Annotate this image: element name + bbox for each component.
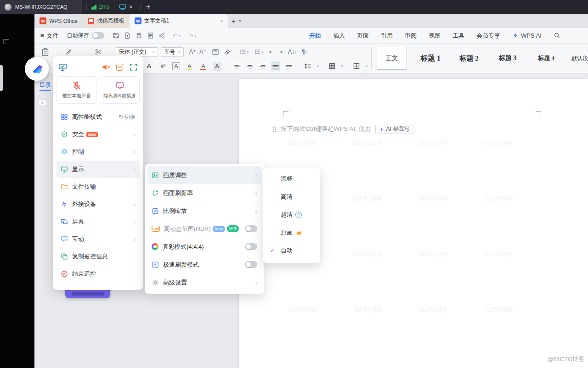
new-session-button[interactable]: + (146, 2, 151, 11)
decrease-font-button[interactable]: A⁻ (199, 49, 206, 55)
style-normal[interactable]: 正文 (377, 47, 407, 70)
menu-item-control[interactable]: 控制 › (57, 143, 140, 161)
chevron-down-icon[interactable]: ∨ (365, 64, 368, 68)
latency-indicator[interactable]: 2ms (91, 4, 109, 10)
connection-ok-icon[interactable] (58, 63, 67, 72)
search-icon[interactable] (554, 32, 560, 39)
menu-item-screen[interactable]: 屏幕 › (57, 213, 140, 230)
submenu-item-advanced[interactable]: 高级设置 › (147, 273, 261, 291)
privacy-screen-card[interactable]: 隐私屏&虚拟屏 (100, 76, 140, 104)
clear-format-button[interactable] (224, 48, 231, 56)
strikethrough-button[interactable]: A (145, 62, 153, 71)
submenu-item-hdr[interactable]: HDR 高动态范围(HDR) beta 限免 (147, 220, 261, 238)
character-shading-button[interactable]: A (213, 62, 221, 71)
print-preview-icon[interactable] (147, 32, 154, 39)
chevron-down-icon[interactable]: ∨ (261, 50, 264, 54)
menu-item-external-device[interactable]: 外接设备 › (57, 195, 140, 213)
share-icon[interactable] (158, 32, 165, 39)
tab-document-active[interactable]: W 文字文稿1 × (130, 14, 228, 28)
distribute-button[interactable] (285, 62, 293, 70)
undo-button[interactable]: ↶ ∨ (173, 32, 181, 39)
quality-option-uhd[interactable]: 超清 P (263, 206, 320, 223)
true-color-toggle[interactable] (245, 243, 257, 250)
align-center-button[interactable] (246, 62, 254, 70)
numbered-list-button[interactable] (254, 48, 261, 56)
style-heading-4[interactable]: 标题 4 (531, 47, 561, 70)
quality-option-smooth[interactable]: 流畅 (263, 170, 320, 188)
submenu-item-refresh-rate[interactable]: 画面刷新率 › (147, 184, 261, 202)
export-pdf-icon[interactable] (124, 32, 131, 39)
menu-item-file-transfer[interactable]: 文件传输 (57, 178, 140, 195)
quality-option-hd[interactable]: 高清 (263, 188, 320, 206)
shading-button[interactable] (328, 62, 336, 70)
session-tab[interactable]: MS-WHRJXGGZTCAQ (0, 0, 82, 14)
turbo-refresh-toggle[interactable] (245, 261, 257, 268)
style-heading-2[interactable]: 标题 2 (454, 47, 484, 70)
redo-button[interactable]: ↷ ∨ (188, 32, 197, 39)
file-menu-button[interactable]: ≡ 文件 (40, 32, 59, 40)
chevron-down-icon[interactable]: ∨ (317, 64, 319, 68)
mute-speaker-icon[interactable] (102, 63, 110, 72)
character-border-button[interactable]: A (172, 62, 180, 70)
tab-home[interactable]: 开始 (309, 32, 321, 40)
text-layout-button[interactable] (212, 48, 219, 56)
minimize-icon[interactable] (116, 64, 123, 71)
tab-list-chevron-icon[interactable]: ∨ (239, 14, 244, 28)
screen-cast-icon[interactable] (119, 3, 126, 11)
chevron-down-icon[interactable]: ∨ (305, 50, 307, 54)
remote-app-logo[interactable] (25, 57, 49, 81)
menu-item-interaction[interactable]: 互动 › (57, 230, 140, 248)
docked-panel-handle[interactable] (0, 65, 3, 91)
decrease-indent-button[interactable]: ⇤ (269, 49, 274, 55)
increase-indent-button[interactable]: ⇥ (278, 49, 283, 55)
align-left-button[interactable] (234, 62, 241, 70)
tab-review[interactable]: 审阅 (405, 32, 417, 40)
align-right-button[interactable] (259, 62, 266, 70)
submenu-item-scale[interactable]: 比例缩放 › (147, 202, 261, 220)
tab-wps-ai[interactable]: WPS AI (512, 32, 542, 39)
save-icon[interactable] (113, 32, 119, 39)
font-size-select[interactable]: 五号 ∨ (161, 47, 184, 57)
increase-font-button[interactable]: A⁺ (189, 49, 196, 55)
cut-button[interactable] (95, 48, 102, 56)
menu-item-end-session[interactable]: 结束远控 (57, 265, 140, 283)
style-default-paragraph[interactable]: 默认段... (570, 47, 588, 70)
menu-item-copy-info[interactable]: 复制被控信息 (57, 248, 140, 265)
format-painter-button[interactable] (65, 48, 73, 56)
tab-insert[interactable]: 插入 (333, 32, 345, 40)
ai-write-button[interactable]: AI 帮我写 (375, 124, 414, 134)
close-session-button[interactable]: × (129, 3, 133, 11)
autosave-toggle[interactable] (92, 32, 104, 39)
hdr-toggle[interactable] (245, 225, 257, 232)
menu-item-security[interactable]: 安全 NEW › (57, 126, 140, 143)
new-tab-button[interactable]: + (228, 14, 239, 28)
chevron-down-icon[interactable]: ∨ (247, 50, 249, 54)
chevron-down-icon[interactable]: ∨ (341, 64, 343, 68)
line-spacing-button[interactable] (304, 62, 311, 70)
tab-view[interactable]: 视图 (429, 32, 441, 40)
menu-item-performance[interactable]: 高性能模式 ↻切换 (57, 108, 140, 126)
switch-mode-action[interactable]: ↻切换 (119, 113, 136, 121)
superscript-button[interactable]: x² (158, 62, 167, 71)
submenu-item-true-color[interactable]: 真彩模式(4:4:4) (147, 238, 261, 256)
highlight-color-button[interactable]: A (185, 62, 194, 71)
quality-option-original[interactable]: 原画 (263, 223, 320, 241)
mute-local-sound-card[interactable]: 被控本地声音 (57, 76, 96, 104)
align-justify-button[interactable] (271, 61, 280, 71)
menu-item-display[interactable]: 显示 › (57, 161, 140, 178)
tab-member[interactable]: 会员专享 (476, 32, 500, 40)
print-icon[interactable] (136, 32, 142, 39)
tab-tools[interactable]: 工具 (452, 32, 464, 40)
fullscreen-icon[interactable] (129, 63, 138, 72)
font-name-select[interactable]: 宋体 (正文) ∨ (116, 47, 158, 57)
tab-reference[interactable]: 引用 (381, 32, 393, 40)
submenu-item-turbo-refresh[interactable]: 极速刷新模式 (147, 256, 261, 273)
quality-option-auto[interactable]: ✓ 自动 (263, 241, 320, 259)
tab-wps-office[interactable]: W WPS Office (34, 14, 83, 28)
nav-collapse-button[interactable]: ∨ (39, 99, 46, 106)
paste-button[interactable] (41, 48, 50, 56)
style-heading-3[interactable]: 标题 3 (492, 47, 523, 70)
close-tab-icon[interactable]: × (220, 18, 223, 24)
submenu-item-quality[interactable]: 画质调整 › (147, 166, 261, 184)
tab-template[interactable]: 找稿壳模板 (83, 14, 130, 28)
